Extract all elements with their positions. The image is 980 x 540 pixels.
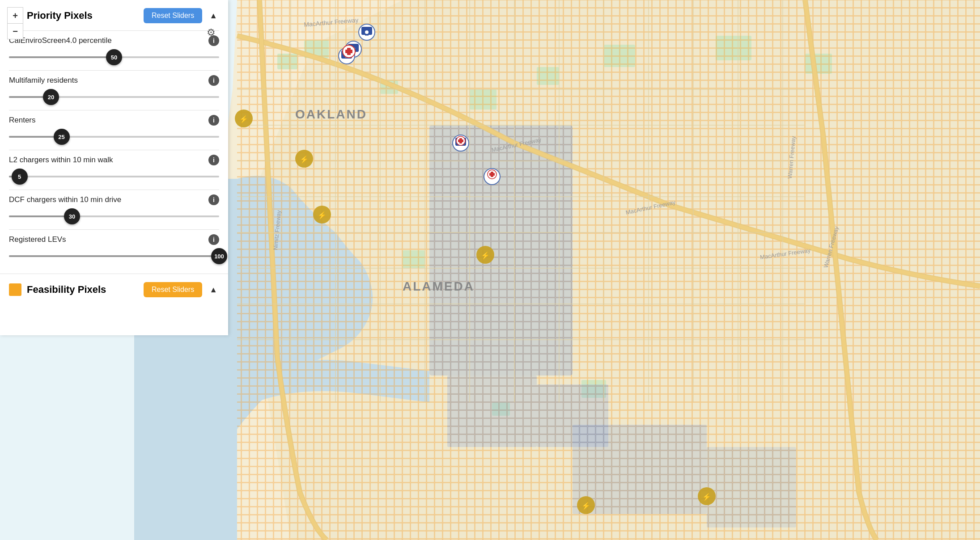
priority-title: Priority Pixels [27, 10, 138, 21]
feasibility-collapse-button[interactable]: ▲ [208, 283, 219, 296]
slider-label-3: L2 chargers within 10 min walk [9, 156, 113, 165]
feasibility-title: Feasibility Pixels [27, 284, 138, 295]
slider-track-container-5[interactable]: 100 [9, 249, 219, 263]
slider-label-4: DCF chargers within 10 min drive [9, 195, 121, 204]
slider-thumb-0[interactable]: 50 [106, 49, 122, 65]
svg-text:⚡: ⚡ [318, 211, 327, 219]
slider-item-3: L2 chargers within 10 min walk i 5 [9, 150, 219, 190]
svg-text:⚡: ⚡ [481, 251, 490, 260]
feasibility-color-swatch [9, 283, 21, 296]
slider-thumb-1[interactable]: 20 [43, 89, 59, 105]
svg-text:ALAMEDA: ALAMEDA [403, 279, 475, 293]
svg-text:OAKLAND: OAKLAND [295, 107, 367, 121]
priority-sliders: CalEnviroScreen4.0 percentile i 50 Multi… [0, 30, 228, 269]
svg-rect-73 [489, 173, 495, 176]
slider-item-4: DCF chargers within 10 min drive i 30 [9, 190, 219, 229]
svg-rect-63 [345, 50, 352, 53]
slider-label-1: Multifamily residents [9, 76, 78, 85]
slider-item-1: Multifamily residents i 20 [9, 70, 219, 110]
priority-reset-button[interactable]: Reset Sliders [144, 8, 202, 23]
zoom-out-button[interactable]: − [7, 23, 23, 39]
svg-text:⚡: ⚡ [300, 155, 309, 164]
slider-info-button-4[interactable]: i [208, 194, 219, 205]
slider-label-2: Renters [9, 116, 36, 125]
slider-info-button-3[interactable]: i [208, 155, 219, 165]
settings-button[interactable]: ⚙ [203, 25, 219, 41]
slider-thumb-3[interactable]: 5 [12, 169, 28, 185]
slider-track-container-3[interactable]: 5 [9, 170, 219, 183]
slider-info-button-2[interactable]: i [208, 115, 219, 126]
slider-track-container-0[interactable]: 50 [9, 51, 219, 64]
slider-item-5: Registered LEVs i 100 [9, 229, 219, 269]
slider-track-container-2[interactable]: 25 [9, 130, 219, 143]
slider-info-button-5[interactable]: i [208, 234, 219, 245]
slider-thumb-4[interactable]: 30 [64, 208, 80, 224]
side-panel: ⚙ Priority Pixels Reset Sliders ▲ CalEnv… [0, 0, 228, 335]
svg-rect-69 [458, 139, 463, 142]
svg-rect-18 [447, 375, 537, 447]
svg-rect-21 [707, 447, 796, 527]
priority-collapse-button[interactable]: ▲ [208, 9, 219, 22]
slider-thumb-5[interactable]: 100 [211, 248, 227, 264]
slider-thumb-2[interactable]: 25 [54, 129, 70, 145]
svg-text:⚡: ⚡ [702, 493, 711, 501]
feasibility-section: Feasibility Pixels Reset Sliders ▲ [0, 274, 228, 304]
slider-info-button-1[interactable]: i [208, 75, 219, 86]
svg-point-54 [365, 30, 369, 34]
zoom-controls: + − [7, 7, 23, 39]
slider-item-0: CalEnviroScreen4.0 percentile i 50 [9, 30, 219, 70]
slider-item-2: Renters i 25 [9, 110, 219, 150]
feasibility-section-header: Feasibility Pixels Reset Sliders ▲ [0, 274, 228, 304]
zoom-in-button[interactable]: + [7, 7, 23, 23]
svg-text:⚡: ⚡ [581, 502, 590, 510]
feasibility-reset-button[interactable]: Reset Sliders [144, 282, 202, 297]
svg-text:⚡: ⚡ [239, 115, 248, 123]
slider-label-5: Registered LEVs [9, 235, 66, 244]
priority-section-header: Priority Pixels Reset Sliders ▲ [0, 0, 228, 30]
slider-track-container-1[interactable]: 20 [9, 90, 219, 104]
slider-track-container-4[interactable]: 30 [9, 210, 219, 223]
gear-icon: ⚙ [207, 27, 216, 38]
svg-rect-17 [429, 125, 573, 375]
slider-label-0: CalEnviroScreen4.0 percentile [9, 36, 112, 45]
